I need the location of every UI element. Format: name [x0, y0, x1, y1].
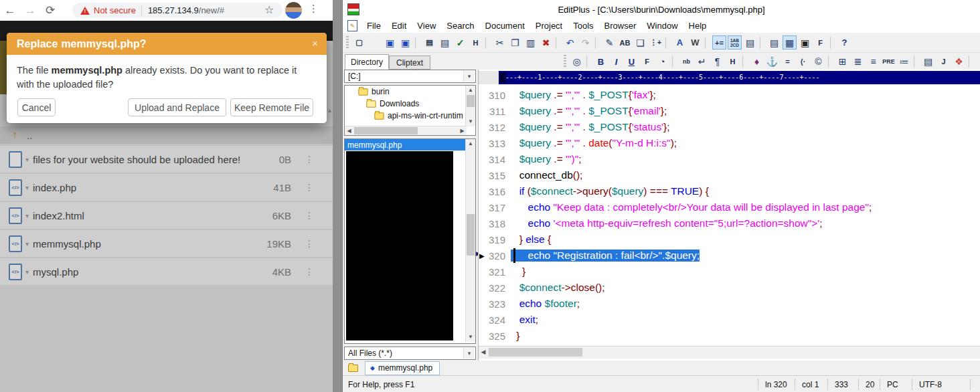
file-kebab-menu-icon[interactable]: ⋮	[305, 182, 314, 193]
file-row[interactable]: ▾ files for your website should be uploa…	[0, 146, 333, 173]
selected-file-item[interactable]: memmysql.php	[345, 139, 475, 151]
toolbar-icon[interactable]: ?	[837, 35, 851, 50]
file-kebab-menu-icon[interactable]: ⋮	[305, 154, 314, 165]
toolbar-icon[interactable]: AB	[618, 35, 632, 50]
toolbar-icon[interactable]: ✂	[493, 35, 507, 50]
tab-cliptext[interactable]: Cliptext	[389, 56, 430, 70]
toolbar-icon[interactable]: ▤	[743, 35, 757, 50]
not-secure-label[interactable]: Not secure	[94, 5, 136, 15]
toolbar-icon[interactable]: H	[469, 35, 483, 50]
toolbar-icon[interactable]: ✓	[453, 35, 467, 50]
code-line[interactable]: 325 }	[479, 328, 980, 344]
menu-item[interactable]: Window	[641, 21, 683, 31]
file-name[interactable]: index2.html	[33, 210, 84, 221]
code-line[interactable]: 315 connect_db();	[479, 167, 980, 183]
chevron-down-icon[interactable]: ▾	[25, 240, 29, 248]
toolbar-icon[interactable]: ≔	[897, 55, 911, 69]
toolbar-icon[interactable]: ≣	[851, 55, 865, 69]
toolbar-icon[interactable]: ≡	[866, 55, 880, 69]
page-scroll-up-icon[interactable]: ▲	[327, 107, 333, 114]
toolbar-icon[interactable]: nb	[679, 55, 693, 69]
menu-item[interactable]: Search	[441, 21, 479, 31]
toolbar-icon[interactable]: ▦	[783, 35, 797, 50]
toolbar-icon[interactable]: ▤	[438, 35, 452, 50]
back-icon[interactable]: ←	[0, 4, 20, 17]
toolbar-icon[interactable]: 1AB 2CD	[728, 35, 742, 50]
toolbar-icon[interactable]: +=	[712, 35, 726, 50]
toolbar-icon[interactable]: ❖	[952, 55, 966, 69]
toolbar-icon[interactable]	[672, 56, 677, 68]
code-line[interactable]: 321 }	[479, 264, 980, 280]
code-editor[interactable]: ----+----1----+----2----+----3----+----4…	[478, 70, 980, 375]
chevron-down-icon[interactable]: ▾	[25, 156, 29, 163]
code-line[interactable]: 323 echo $footer;	[479, 296, 980, 312]
toolbar-icon[interactable]: ↵	[695, 55, 709, 69]
dialog-close-icon[interactable]: ×	[312, 37, 318, 49]
toolbar-icon[interactable]	[415, 37, 420, 49]
tree-vertical-scrollbar[interactable]: ▲ ▼	[465, 86, 475, 126]
toolbar-icon[interactable]	[368, 35, 382, 50]
menu-item[interactable]: Tools	[568, 21, 598, 31]
file-row[interactable]: </> ▾ memmysql.php 19KB ⋮	[0, 230, 333, 257]
editplus-titlebar[interactable]: EditPlus - [C:\Users\burin\Downloads\mem…	[343, 0, 980, 19]
code-line[interactable]: 318 echo '<meta http-equiv=refresh conte…	[479, 215, 980, 231]
file-row[interactable]: </> ▾ index2.html 6KB ⋮	[0, 202, 333, 229]
folder-icon[interactable]	[348, 365, 358, 372]
menu-item[interactable]: Project	[530, 21, 568, 31]
toolbar-icon[interactable]: ▣	[398, 35, 412, 50]
bookmark-star-icon[interactable]: ☆	[264, 3, 274, 16]
forward-icon[interactable]: →	[20, 4, 40, 17]
toolbar-icon[interactable]	[665, 37, 670, 49]
toolbar-icon[interactable]: F	[640, 55, 654, 69]
dropdown-arrow-icon[interactable]: ▾	[463, 348, 475, 359]
file-filter-select[interactable]: All Files (*.*) ▾	[344, 347, 476, 360]
menu-item[interactable]: Browser	[599, 21, 642, 31]
code-line[interactable]: 314 $query .= "')";	[479, 151, 980, 167]
reload-icon[interactable]: ⟳	[40, 3, 60, 17]
parent-directory-row[interactable]: ↑ ..	[0, 126, 333, 144]
file-name[interactable]: memmysql.php	[33, 238, 101, 250]
address-bar[interactable]: ! Not secure 185.27.134.9 /new/#	[72, 3, 282, 18]
chevron-down-icon[interactable]: ▾	[25, 184, 29, 191]
toolbar-icon[interactable]	[976, 55, 980, 69]
toolbar-icon[interactable]: U	[625, 55, 639, 69]
filelist-vertical-scrollbar[interactable]: ▲ ▼	[465, 139, 475, 342]
file-kebab-menu-icon[interactable]: ⋮	[305, 266, 314, 277]
toolbar-icon[interactable]	[760, 37, 764, 49]
toolbar-icon[interactable]: W	[688, 35, 702, 50]
toolbar-icon[interactable]	[705, 37, 710, 49]
toolbar-icon[interactable]: ▤	[422, 35, 436, 50]
menu-item[interactable]: View	[412, 21, 441, 31]
code-line[interactable]: 320 echo "Registration : fail<br/>".$que…	[479, 248, 980, 264]
toolbar-icon[interactable]: ✎	[602, 35, 617, 50]
browser-menu-icon[interactable]: ⋮	[309, 3, 319, 15]
file-name[interactable]: files for your website should be uploade…	[33, 154, 240, 165]
toolbar-icon[interactable]: H	[726, 55, 740, 69]
code-line[interactable]: 322 $connect->close();	[479, 280, 980, 296]
file-kebab-menu-icon[interactable]: ⋮	[305, 210, 314, 221]
toolbar-icon[interactable]: ⊞	[835, 55, 849, 69]
code-line[interactable]: 317 echo "Keep data : completely<br/>You…	[479, 199, 980, 215]
menu-item[interactable]: Edit	[386, 21, 412, 31]
toolbar-icon[interactable]: I	[609, 55, 623, 69]
toolbar-icon[interactable]	[742, 56, 747, 68]
toolbar-icon[interactable]: ¶	[710, 55, 724, 69]
toolbar-icon[interactable]: A	[673, 35, 687, 50]
file-kebab-menu-icon[interactable]: ⋮	[305, 238, 314, 249]
toolbar-icon[interactable]: ▢	[352, 35, 366, 50]
toolbar-icon[interactable]: PRE	[882, 55, 896, 69]
tree-folder-item[interactable]: api-ms-win-crt-runtim	[345, 110, 475, 122]
file-name[interactable]: index.php	[33, 182, 76, 193]
toolbar-icon[interactable]: ©	[811, 55, 825, 69]
toolbar-icon[interactable]: ▤	[921, 55, 935, 69]
tree-horizontal-scrollbar[interactable]: ◀ ▶	[345, 126, 467, 135]
toolbar-icon[interactable]: ▤	[767, 35, 781, 50]
toolbar-icon[interactable]	[828, 56, 833, 68]
dropdown-arrow-icon[interactable]: ▾	[463, 71, 475, 82]
menu-item[interactable]: Help	[683, 21, 712, 31]
toolbar-icon[interactable]: ❏	[633, 35, 647, 50]
toolbar-icon[interactable]	[556, 37, 560, 49]
toolbar-icon[interactable]: ♦	[750, 55, 764, 69]
code-line[interactable]: 312 $query .= "','" . $_POST{'status'};	[479, 119, 980, 135]
toolbar-icon[interactable]: ◔	[655, 55, 669, 69]
